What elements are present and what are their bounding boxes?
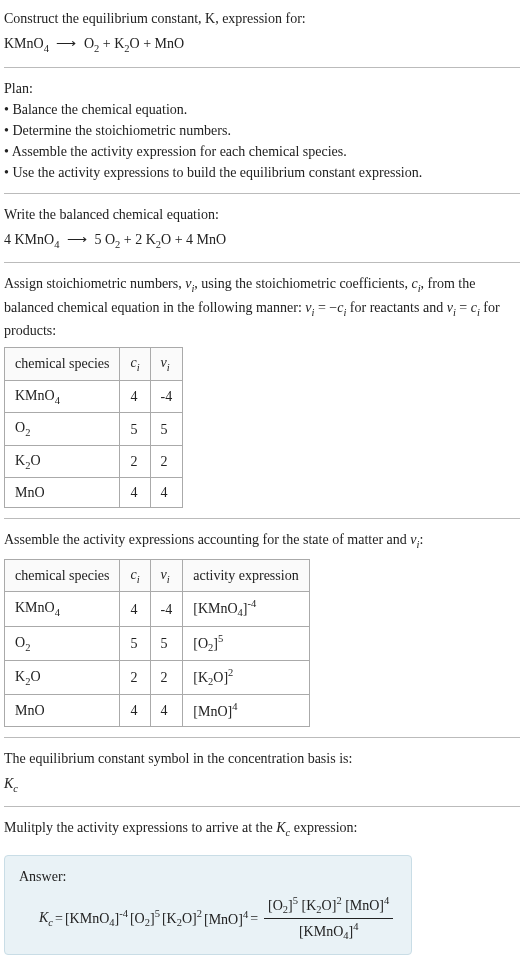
cell-ci: 2 bbox=[120, 660, 150, 694]
col-nui: νi bbox=[150, 348, 183, 381]
cell-ci: 2 bbox=[120, 445, 150, 478]
species-mno: MnO bbox=[197, 232, 227, 247]
activity-section: Assemble the activity expressions accoun… bbox=[4, 529, 520, 726]
divider bbox=[4, 737, 520, 738]
coeff-mno: 4 bbox=[186, 232, 193, 247]
cell-species: MnO bbox=[5, 478, 120, 508]
cell-ci: 4 bbox=[120, 380, 150, 413]
prompt-section: Construct the equilibrium constant, K, e… bbox=[4, 8, 520, 57]
product-mno: MnO bbox=[155, 36, 185, 51]
unbalanced-equation: KMnO4 ⟶ O2 + K2O + MnO bbox=[4, 33, 520, 57]
plus: + bbox=[124, 232, 135, 247]
species-kmno4: KMnO4 bbox=[15, 232, 60, 247]
answer-expression: Kc = [KMnO4]-4 [O2]5 [K2O]2 [MnO]4 = [O2… bbox=[19, 893, 397, 944]
cell-ci: 5 bbox=[120, 413, 150, 446]
plus-2: + bbox=[143, 36, 154, 51]
kc-symbol: Kc bbox=[4, 773, 520, 797]
cell-ci: 4 bbox=[120, 695, 150, 727]
cell-species: KMnO4 bbox=[5, 592, 120, 626]
activity-heading: Assemble the activity expressions accoun… bbox=[4, 529, 520, 553]
cell-nui: 4 bbox=[150, 478, 183, 508]
product-o2: O2 bbox=[84, 36, 99, 51]
term: [KMnO4]-4 bbox=[65, 906, 128, 931]
col-species: chemical species bbox=[5, 559, 120, 592]
table-row: O2 5 5 bbox=[5, 413, 183, 446]
table-row: KMnO4 4 -4 bbox=[5, 380, 183, 413]
stoich-heading: Assign stoichiometric numbers, νi, using… bbox=[4, 273, 520, 341]
kc-symbol-section: The equilibrium constant symbol in the c… bbox=[4, 748, 520, 797]
species-k2o: K2O bbox=[146, 232, 172, 247]
cell-activity: [KMnO4]-4 bbox=[183, 592, 309, 626]
cell-activity: [K2O]2 bbox=[183, 660, 309, 694]
denominator: [KMnO4]4 bbox=[264, 919, 393, 944]
cell-activity: [O2]5 bbox=[183, 626, 309, 660]
table-row: MnO 4 4 bbox=[5, 478, 183, 508]
species-o2: O2 bbox=[105, 232, 120, 247]
cell-nui: 5 bbox=[150, 413, 183, 446]
balanced-section: Write the balanced chemical equation: 4 … bbox=[4, 204, 520, 253]
col-activity: activity expression bbox=[183, 559, 309, 592]
plan-heading: Plan: bbox=[4, 78, 520, 99]
table-row: K2O 2 2 [K2O]2 bbox=[5, 660, 310, 694]
cell-ci: 5 bbox=[120, 626, 150, 660]
answer-label: Answer: bbox=[19, 866, 397, 887]
cell-ci: 4 bbox=[120, 478, 150, 508]
term: [MnO]4 bbox=[204, 907, 248, 930]
divider bbox=[4, 193, 520, 194]
cell-species: K2O bbox=[5, 445, 120, 478]
reactant-kmno4: KMnO4 bbox=[4, 36, 49, 51]
cell-species: K2O bbox=[5, 660, 120, 694]
plan-item: • Balance the chemical equation. bbox=[4, 99, 520, 120]
cell-species: O2 bbox=[5, 626, 120, 660]
plan-item: • Assemble the activity expression for e… bbox=[4, 141, 520, 162]
table-header-row: chemical species ci νi bbox=[5, 348, 183, 381]
col-ci: ci bbox=[120, 348, 150, 381]
table-row: KMnO4 4 -4 [KMnO4]-4 bbox=[5, 592, 310, 626]
reaction-arrow: ⟶ bbox=[67, 229, 87, 250]
cell-nui: 5 bbox=[150, 626, 183, 660]
multiply-heading: Mulitply the activity expressions to arr… bbox=[4, 817, 520, 841]
divider bbox=[4, 518, 520, 519]
table-row: O2 5 5 [O2]5 bbox=[5, 626, 310, 660]
table-row: K2O 2 2 bbox=[5, 445, 183, 478]
prompt-line1: Construct the equilibrium constant, K, e… bbox=[4, 8, 520, 29]
coeff-kmno4: 4 bbox=[4, 232, 11, 247]
cell-nui: -4 bbox=[150, 380, 183, 413]
col-species: chemical species bbox=[5, 348, 120, 381]
cell-nui: 4 bbox=[150, 695, 183, 727]
cell-species: KMnO4 bbox=[5, 380, 120, 413]
kc-var: Kc bbox=[39, 907, 53, 931]
col-ci: ci bbox=[120, 559, 150, 592]
multiply-section: Mulitply the activity expressions to arr… bbox=[4, 817, 520, 841]
balanced-equation: 4 KMnO4 ⟶ 5 O2 + 2 K2O + 4 MnO bbox=[4, 229, 520, 253]
cell-nui: 2 bbox=[150, 445, 183, 478]
cell-ci: 4 bbox=[120, 592, 150, 626]
coeff-k2o: 2 bbox=[135, 232, 142, 247]
coeff-o2: 5 bbox=[94, 232, 101, 247]
col-nui: νi bbox=[150, 559, 183, 592]
divider bbox=[4, 262, 520, 263]
balanced-heading: Write the balanced chemical equation: bbox=[4, 204, 520, 225]
fraction: [O2]5 [K2O]2 [MnO]4 [KMnO4]4 bbox=[264, 893, 393, 944]
kc-symbol-heading: The equilibrium constant symbol in the c… bbox=[4, 748, 520, 769]
product-k2o: K2O bbox=[114, 36, 140, 51]
plus: + bbox=[175, 232, 186, 247]
term: [K2O]2 bbox=[162, 906, 202, 931]
plan-item: • Determine the stoichiometric numbers. bbox=[4, 120, 520, 141]
cell-nui: -4 bbox=[150, 592, 183, 626]
divider bbox=[4, 806, 520, 807]
cell-species: MnO bbox=[5, 695, 120, 727]
cell-activity: [MnO]4 bbox=[183, 695, 309, 727]
plus-1: + bbox=[103, 36, 114, 51]
plan-item: • Use the activity expressions to build … bbox=[4, 162, 520, 183]
stoich-table: chemical species ci νi KMnO4 4 -4 O2 5 5… bbox=[4, 347, 183, 508]
numerator: [O2]5 [K2O]2 [MnO]4 bbox=[264, 893, 393, 919]
cell-species: O2 bbox=[5, 413, 120, 446]
stoich-section: Assign stoichiometric numbers, νi, using… bbox=[4, 273, 520, 508]
term: [O2]5 bbox=[130, 906, 160, 931]
table-header-row: chemical species ci νi activity expressi… bbox=[5, 559, 310, 592]
equals: = bbox=[55, 908, 63, 929]
activity-table: chemical species ci νi activity expressi… bbox=[4, 559, 310, 727]
plan-section: Plan: • Balance the chemical equation. •… bbox=[4, 78, 520, 183]
reaction-arrow: ⟶ bbox=[56, 33, 76, 54]
